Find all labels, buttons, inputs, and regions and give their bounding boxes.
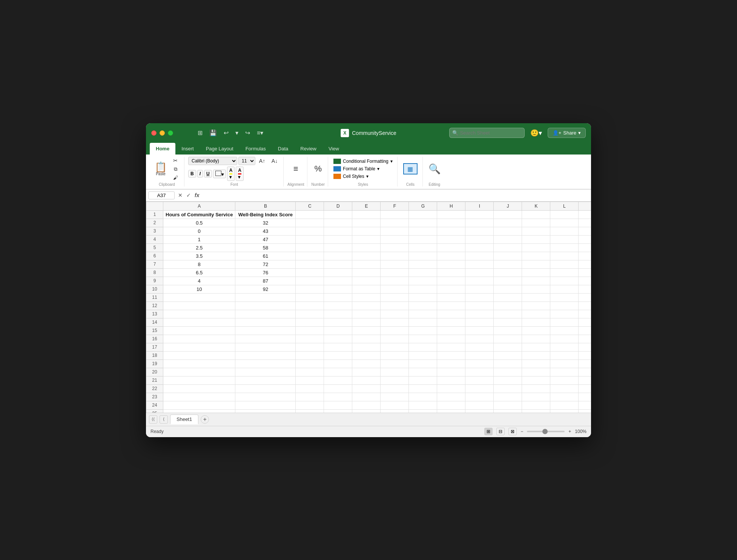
cell-m2[interactable] [579,219,591,227]
cell-i7[interactable] [465,260,494,268]
cell-h5[interactable] [437,243,465,252]
cell-g4[interactable] [409,235,437,243]
cell-l4[interactable] [550,235,579,243]
cell-k16[interactable] [522,335,550,343]
cell-h22[interactable] [437,384,465,393]
cell-j11[interactable] [494,293,522,301]
cell-j4[interactable] [494,235,522,243]
cell-f16[interactable] [381,335,409,343]
cell-e5[interactable] [352,243,381,252]
cell-i16[interactable] [465,335,494,343]
cell-b4[interactable]: 47 [235,235,296,243]
cell-h24[interactable] [437,401,465,409]
cell-l24[interactable] [550,401,579,409]
cell-i19[interactable] [465,360,494,368]
cell-d1[interactable] [324,210,352,219]
cell-i17[interactable] [465,343,494,351]
cell-a4[interactable]: 1 [163,235,235,243]
cell-h23[interactable] [437,393,465,401]
cell-e24[interactable] [352,401,381,409]
row-header-1[interactable]: 1 [146,210,163,219]
row-header-19[interactable]: 19 [146,360,163,368]
cell-h10[interactable] [437,285,465,293]
row-header-25[interactable]: 25 [146,409,163,413]
cell-j12[interactable] [494,301,522,310]
row-header-18[interactable]: 18 [146,351,163,360]
cell-j19[interactable] [494,360,522,368]
cell-b21[interactable] [235,376,296,384]
cell-i18[interactable] [465,351,494,360]
cell-l2[interactable] [550,219,579,227]
font-decrease-btn[interactable]: A↓ [269,157,280,165]
cell-e15[interactable] [352,326,381,335]
cell-j23[interactable] [494,393,522,401]
cell-l25[interactable] [550,409,579,413]
cell-e11[interactable] [352,293,381,301]
cell-c19[interactable] [296,360,324,368]
cell-g21[interactable] [409,376,437,384]
cell-c17[interactable] [296,343,324,351]
cell-a9[interactable]: 4 [163,277,235,285]
cell-d6[interactable] [324,252,352,260]
cell-b18[interactable] [235,351,296,360]
cell-a6[interactable]: 3.5 [163,252,235,260]
cell-f11[interactable] [381,293,409,301]
page-break-view-button[interactable]: ⊠ [508,428,517,435]
cell-h3[interactable] [437,227,465,235]
cell-b24[interactable] [235,401,296,409]
cell-k14[interactable] [522,318,550,326]
cell-h18[interactable] [437,351,465,360]
cell-e17[interactable] [352,343,381,351]
cell-c4[interactable] [296,235,324,243]
cell-d22[interactable] [324,384,352,393]
cell-k17[interactable] [522,343,550,351]
cell-l7[interactable] [550,260,579,268]
cell-l3[interactable] [550,227,579,235]
cell-e12[interactable] [352,301,381,310]
editing-button[interactable]: 🔍 [427,163,442,175]
cell-m19[interactable] [579,360,591,368]
cell-l5[interactable] [550,243,579,252]
cell-i9[interactable] [465,277,494,285]
tab-review[interactable]: Review [294,143,322,155]
row-header-17[interactable]: 17 [146,343,163,351]
formula-input[interactable] [203,192,589,199]
cell-i1[interactable] [465,210,494,219]
col-header-i[interactable]: I [465,202,494,210]
cut-button[interactable]: ✂ [170,157,181,164]
cell-d20[interactable] [324,368,352,376]
cell-f2[interactable] [381,219,409,227]
col-header-a[interactable]: A [163,202,235,210]
cell-j17[interactable] [494,343,522,351]
cell-d11[interactable] [324,293,352,301]
cell-i5[interactable] [465,243,494,252]
alignment-button[interactable]: ≡ [290,164,301,174]
sheet-nav-prev[interactable]: ⟨ [160,415,168,424]
cell-e7[interactable] [352,260,381,268]
cell-m15[interactable] [579,326,591,335]
zoom-slider[interactable] [527,431,565,432]
cell-b14[interactable] [235,318,296,326]
cell-a23[interactable] [163,393,235,401]
cell-g7[interactable] [409,260,437,268]
cell-m13[interactable] [579,310,591,318]
cell-k15[interactable] [522,326,550,335]
emoji-icon[interactable]: 🙂▾ [528,128,544,138]
cell-h1[interactable] [437,210,465,219]
tab-view[interactable]: View [322,143,345,155]
cell-b5[interactable]: 58 [235,243,296,252]
cell-g16[interactable] [409,335,437,343]
cell-m25[interactable] [579,409,591,413]
cell-i15[interactable] [465,326,494,335]
row-header-4[interactable]: 4 [146,235,163,243]
cell-a12[interactable] [163,301,235,310]
minimize-button[interactable] [160,130,165,136]
col-header-c[interactable]: C [296,202,324,210]
cell-e22[interactable] [352,384,381,393]
cell-i10[interactable] [465,285,494,293]
cell-b1[interactable]: Well-Being Index Score [235,210,296,219]
undo-icon[interactable]: ↩ [222,128,230,138]
cell-g5[interactable] [409,243,437,252]
tab-page-layout[interactable]: Page Layout [200,143,240,155]
cell-c13[interactable] [296,310,324,318]
